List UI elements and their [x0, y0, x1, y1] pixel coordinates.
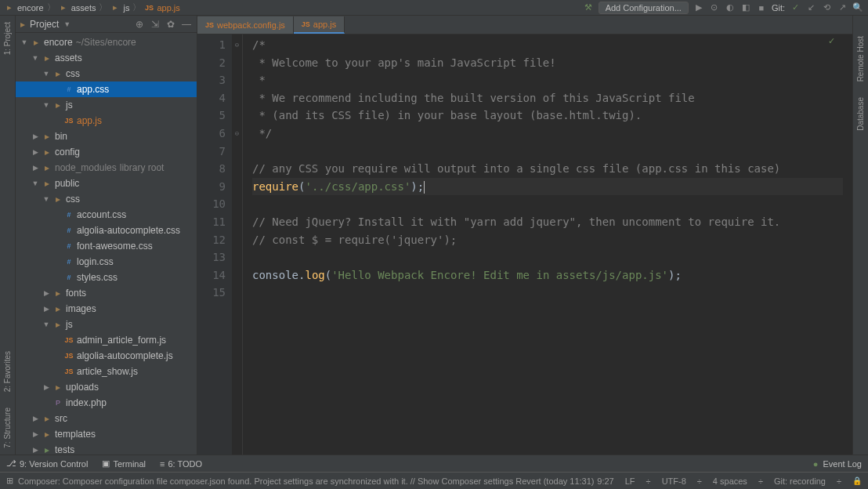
- tree-node[interactable]: #font-awesome.css: [16, 238, 197, 254]
- status-icon[interactable]: ⊞: [6, 476, 13, 486]
- gear-icon[interactable]: ✿: [165, 19, 176, 30]
- tree-arrow-icon[interactable]: ▼: [30, 54, 41, 62]
- bc-item[interactable]: js: [123, 3, 129, 13]
- collapse-icon[interactable]: ⇲: [150, 19, 161, 30]
- tree-node[interactable]: JSarticle_show.js: [16, 364, 197, 379]
- code-line[interactable]: // Need jQuery? Install it with "yarn ad…: [252, 213, 843, 231]
- tree-node[interactable]: ▶▸templates: [16, 426, 197, 442]
- code-line[interactable]: // any CSS you require will output into …: [252, 160, 843, 178]
- tree-node[interactable]: JSalgolia-autocomplete.js: [16, 348, 197, 364]
- tree-node[interactable]: ▼▸css: [16, 191, 197, 207]
- code-line[interactable]: */: [252, 125, 843, 143]
- git-branch[interactable]: Git: recording: [774, 476, 826, 486]
- code-line[interactable]: * We recommend including the built versi…: [252, 89, 843, 107]
- tree-node[interactable]: ▶▸node_moduleslibrary root: [16, 160, 197, 176]
- code-line[interactable]: [252, 284, 843, 302]
- terminal-tab[interactable]: ▣ Terminal: [102, 458, 146, 469]
- tree-node[interactable]: JSadmin_article_form.js: [16, 332, 197, 348]
- tree-arrow-icon[interactable]: ▶: [30, 415, 41, 422]
- tree-arrow-icon[interactable]: ▶: [41, 289, 52, 297]
- database-tool-button[interactable]: Database: [856, 97, 865, 131]
- profile-icon[interactable]: ◧: [740, 2, 751, 13]
- lock-icon[interactable]: 🔒: [852, 476, 862, 486]
- tree-node[interactable]: Pindex.php: [16, 395, 197, 411]
- remote-host-tool-button[interactable]: Remote Host: [856, 36, 865, 82]
- tree-node[interactable]: JSapp.js: [16, 113, 197, 129]
- tree-arrow-icon[interactable]: ▼: [41, 101, 52, 109]
- tree-arrow-icon[interactable]: ▶: [30, 446, 41, 454]
- tree-arrow-icon[interactable]: ▶: [30, 132, 41, 140]
- hide-icon[interactable]: —: [181, 19, 192, 30]
- editor-tab[interactable]: JSapp.js: [294, 16, 345, 34]
- tree-arrow-icon[interactable]: ▶: [30, 148, 41, 156]
- bc-item[interactable]: app.js: [157, 3, 179, 13]
- indent[interactable]: 4 spaces: [713, 476, 747, 486]
- code-line[interactable]: // const $ = require('jquery');: [252, 231, 843, 249]
- tree-arrow-icon[interactable]: ▼: [41, 321, 52, 328]
- add-configuration-button[interactable]: Add Configuration...: [599, 2, 689, 14]
- panel-title[interactable]: Project: [30, 19, 59, 30]
- locate-icon[interactable]: ⊕: [134, 19, 145, 30]
- editor-tab[interactable]: JSwebpack.config.js: [197, 16, 294, 34]
- vcs-commit-icon[interactable]: ✓: [790, 2, 801, 13]
- stop-icon[interactable]: ■: [756, 2, 767, 13]
- code-line[interactable]: [252, 143, 843, 161]
- tree-arrow-icon[interactable]: ▶: [41, 305, 52, 313]
- bc-item[interactable]: encore: [17, 3, 44, 13]
- tree-node[interactable]: ▶▸uploads: [16, 379, 197, 395]
- tree-arrow-icon[interactable]: ▼: [41, 195, 52, 203]
- build-icon[interactable]: ⚒: [583, 2, 594, 13]
- version-control-tab[interactable]: ⎇ 9: Version Control: [6, 458, 88, 469]
- code-line[interactable]: /*: [252, 36, 843, 54]
- tree-node[interactable]: ▶▸src: [16, 411, 197, 426]
- favorites-tool-button[interactable]: 2: Favorites: [3, 351, 12, 392]
- tree-arrow-icon[interactable]: ▶: [30, 430, 41, 438]
- tree-node[interactable]: #account.css: [16, 207, 197, 223]
- search-icon[interactable]: 🔍: [852, 2, 863, 13]
- code-line[interactable]: [252, 195, 843, 213]
- code-line[interactable]: * Welcome to your app's main JavaScript …: [252, 54, 843, 72]
- tree-arrow-icon[interactable]: ▶: [41, 383, 52, 391]
- run-icon[interactable]: ▶: [693, 2, 704, 13]
- vcs-revert-icon[interactable]: ↗: [837, 2, 848, 13]
- code-line[interactable]: * (and its CSS file) in your base layout…: [252, 107, 843, 125]
- code-editor[interactable]: /* * Welcome to your app's main JavaScri…: [243, 34, 852, 455]
- tree-node[interactable]: ▼▸js: [16, 317, 197, 332]
- tree-node[interactable]: ▼▸css: [16, 66, 197, 82]
- tree-node[interactable]: ▼▸public: [16, 176, 197, 191]
- tree-node[interactable]: #app.css: [16, 82, 197, 97]
- vcs-history-icon[interactable]: ⟲: [821, 2, 832, 13]
- encoding[interactable]: UTF-8: [662, 476, 686, 486]
- tree-arrow-icon[interactable]: ▶: [30, 164, 41, 172]
- folder-icon: ▸: [5, 3, 14, 13]
- tree-arrow-icon[interactable]: ▼: [30, 179, 41, 187]
- caret-position[interactable]: 9:27: [597, 476, 613, 486]
- tree-node[interactable]: ▼▸assets: [16, 50, 197, 66]
- code-line[interactable]: [252, 248, 843, 266]
- code-line[interactable]: *: [252, 71, 843, 89]
- tree-node[interactable]: #styles.css: [16, 270, 197, 285]
- tree-arrow-icon[interactable]: ▼: [19, 38, 30, 46]
- coverage-icon[interactable]: ◐: [725, 2, 736, 13]
- tree-node[interactable]: ▶▸images: [16, 301, 197, 317]
- tree-node[interactable]: ▶▸config: [16, 144, 197, 160]
- code-line[interactable]: console.log('Hello Webpack Encore! Edit …: [252, 266, 843, 284]
- tree-node[interactable]: ▶▸fonts: [16, 285, 197, 301]
- tree-node[interactable]: ▼▸encore~/Sites/encore: [16, 34, 197, 50]
- tree-node[interactable]: ▼▸js: [16, 97, 197, 113]
- todo-tab[interactable]: ≡ 6: TODO: [160, 459, 202, 469]
- tree-node[interactable]: #algolia-autocomplete.css: [16, 223, 197, 238]
- event-log-tab[interactable]: Event Log: [823, 459, 862, 469]
- bc-item[interactable]: assets: [71, 3, 96, 13]
- structure-tool-button[interactable]: 7: Structure: [3, 408, 12, 448]
- code-line[interactable]: require('../css/app.css');: [252, 178, 843, 196]
- debug-icon[interactable]: ⊙: [709, 2, 720, 13]
- line-separator[interactable]: LF: [625, 476, 635, 486]
- tree-arrow-icon[interactable]: ▼: [41, 70, 52, 78]
- project-tool-button[interactable]: 1: Project: [3, 22, 12, 55]
- project-tree[interactable]: ▼▸encore~/Sites/encore▼▸assets▼▸css#app.…: [16, 33, 197, 455]
- tree-node[interactable]: ▶▸bin: [16, 129, 197, 144]
- tree-node[interactable]: #login.css: [16, 254, 197, 270]
- tree-node[interactable]: ▶▸tests: [16, 442, 197, 455]
- vcs-update-icon[interactable]: ↙: [805, 2, 816, 13]
